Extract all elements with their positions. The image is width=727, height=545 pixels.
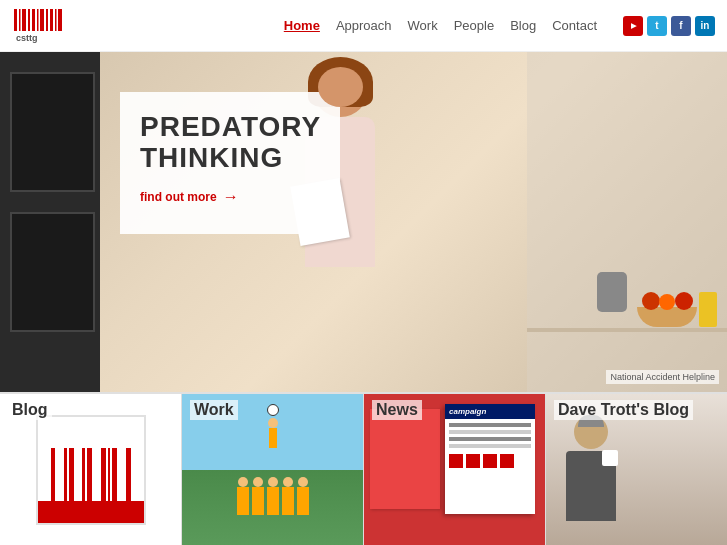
youtube-icon[interactable]: ▶: [623, 16, 643, 36]
bstripe2: [57, 448, 62, 503]
kid3-head: [268, 477, 278, 487]
oven-lower: [10, 212, 95, 332]
nav-item-home[interactable]: Home: [284, 18, 320, 33]
oven: [0, 52, 110, 392]
kid2: [252, 487, 264, 515]
news-icon2: [466, 454, 480, 468]
news-col[interactable]: News campaign: [364, 394, 546, 545]
news-icon4: [500, 454, 514, 468]
news-line1: [449, 423, 531, 427]
soccer-figure: [267, 404, 279, 448]
bstripe10: [108, 448, 110, 503]
news-paper-back: [370, 409, 440, 509]
dave-person: [556, 415, 626, 545]
blog-red-band: [38, 501, 144, 523]
kid4-head: [283, 477, 293, 487]
dave-col-label: Dave Trott's Blog: [554, 400, 693, 420]
soccer-ball: [267, 404, 279, 416]
header: csttg Home Approach Work People Blog Con…: [0, 0, 727, 52]
svg-rect-4: [28, 9, 30, 31]
kid1-head: [238, 477, 248, 487]
bstripe9: [101, 448, 106, 503]
nav-item-people[interactable]: People: [454, 18, 494, 33]
main-nav: Home Approach Work People Blog Contact ▶…: [284, 16, 715, 36]
hero-caption: National Accident Helpline: [606, 370, 719, 384]
kitchen-counter: [527, 328, 727, 332]
kid2-head: [253, 477, 263, 487]
hero-headline-line2: THINKING: [140, 142, 283, 173]
svg-rect-3: [22, 9, 26, 31]
svg-rect-6: [37, 9, 39, 31]
svg-rect-7: [40, 9, 44, 31]
news-icon1: [449, 454, 463, 468]
news-mag-header: campaign: [445, 404, 535, 419]
svg-rect-1: [14, 9, 17, 31]
svg-rect-10: [55, 9, 57, 31]
svg-text:csttg: csttg: [16, 33, 38, 43]
facebook-icon[interactable]: f: [671, 16, 691, 36]
kid3: [267, 487, 279, 515]
news-magazine: campaign: [445, 404, 535, 514]
bstripe13: [126, 448, 131, 503]
fruit2: [659, 294, 675, 310]
bstripe8: [94, 448, 99, 503]
blog-col[interactable]: Blog csttg: [0, 394, 182, 545]
blog-barcode-image: csttg: [36, 415, 146, 525]
bstripe1: [51, 448, 56, 503]
kid4: [282, 487, 294, 515]
dave-col[interactable]: Dave Trott's Blog: [546, 394, 727, 545]
hero-headline-box: PREDATORY THINKING find out more →: [120, 92, 340, 234]
juice-glass: [699, 292, 717, 327]
work-col-label: Work: [190, 400, 238, 420]
bstripe6: [82, 448, 84, 503]
news-line2: [449, 430, 531, 434]
news-line4: [449, 444, 531, 448]
fruit1: [642, 292, 660, 310]
player-head: [268, 418, 278, 428]
svg-rect-8: [46, 9, 48, 31]
news-col-label: News: [372, 400, 422, 420]
news-mag-body: [445, 419, 535, 472]
player-body: [269, 428, 277, 448]
svg-rect-5: [32, 9, 35, 31]
dave-head: [574, 415, 608, 449]
bstripe5: [76, 448, 81, 503]
linkedin-icon[interactable]: in: [695, 16, 715, 36]
twitter-icon[interactable]: t: [647, 16, 667, 36]
oven-upper: [10, 72, 95, 192]
svg-rect-11: [58, 9, 62, 31]
social-icons: ▶ t f in: [623, 16, 715, 36]
work-col[interactable]: Work: [182, 394, 364, 545]
news-icons-row: [449, 454, 531, 468]
nav-item-contact[interactable]: Contact: [552, 18, 597, 33]
kid1: [237, 487, 249, 515]
blog-col-label: Blog: [8, 400, 52, 420]
kitchen-right: [527, 52, 727, 392]
news-line3: [449, 437, 531, 441]
kid5-head: [298, 477, 308, 487]
bstripe4: [69, 448, 74, 503]
nav-item-blog[interactable]: Blog: [510, 18, 536, 33]
kids-row: [182, 487, 363, 515]
bowl-base: [637, 307, 697, 327]
hero-cta-label: find out more: [140, 190, 217, 204]
hero-cta-arrow-icon: →: [223, 188, 239, 206]
kettle: [597, 272, 627, 312]
svg-rect-9: [50, 9, 53, 31]
bstripe11: [112, 448, 117, 503]
logo-area: csttg: [12, 7, 64, 45]
kid5: [297, 487, 309, 515]
svg-rect-2: [19, 9, 21, 31]
hero-headline-line1: PREDATORY: [140, 111, 321, 142]
bstripe3: [64, 448, 66, 503]
fruit3: [675, 292, 693, 310]
logo-icon: csttg: [12, 7, 64, 45]
fruit-bowl: [637, 292, 697, 327]
nav-item-work[interactable]: Work: [408, 18, 438, 33]
hero-headline: PREDATORY THINKING: [140, 112, 316, 174]
bottom-columns: Blog csttg: [0, 392, 727, 545]
news-icon3: [483, 454, 497, 468]
bstripe7: [87, 448, 92, 503]
nav-item-approach[interactable]: Approach: [336, 18, 392, 33]
hero-cta-button[interactable]: find out more →: [140, 188, 316, 206]
